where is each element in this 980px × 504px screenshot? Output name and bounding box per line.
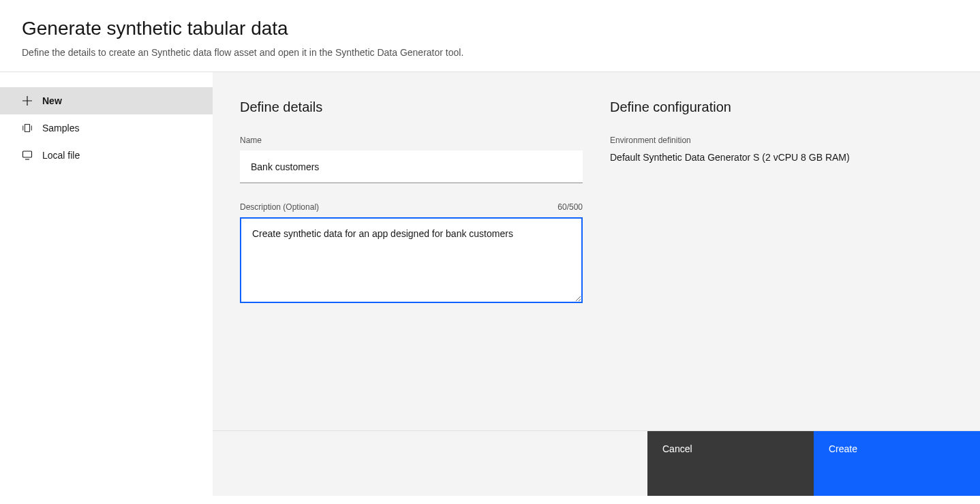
sidebar-item-local-file[interactable]: Local file xyxy=(0,142,213,169)
sidebar-item-label: New xyxy=(42,95,62,106)
environment-label: Environment definition xyxy=(610,136,953,145)
sidebar-item-samples[interactable]: Samples xyxy=(0,114,213,142)
description-label: Description (Optional) xyxy=(240,202,319,212)
page-subtitle: Define the details to create an Syntheti… xyxy=(22,47,958,58)
sidebar: New Samples Local file xyxy=(0,72,213,496)
sidebar-item-new[interactable]: New xyxy=(0,87,213,114)
name-input[interactable] xyxy=(240,151,583,183)
details-section: Define details Name Description (Optiona… xyxy=(240,99,583,430)
configuration-section: Define configuration Environment definit… xyxy=(610,99,953,430)
name-field: Name xyxy=(240,136,583,183)
create-button[interactable]: Create xyxy=(814,431,980,496)
plus-icon xyxy=(22,95,33,106)
char-count: 60/500 xyxy=(557,202,583,212)
sidebar-item-label: Samples xyxy=(42,123,79,133)
description-field: Description (Optional) 60/500 xyxy=(240,202,583,306)
footer: Cancel Create xyxy=(213,430,980,496)
sidebar-item-label: Local file xyxy=(42,150,80,161)
page-header: Generate synthetic tabular data Define t… xyxy=(0,0,980,72)
main-panel: Define details Name Description (Optiona… xyxy=(213,72,980,496)
name-label: Name xyxy=(240,136,583,145)
configuration-heading: Define configuration xyxy=(610,99,953,115)
svg-rect-0 xyxy=(25,125,29,132)
description-input[interactable] xyxy=(240,217,583,303)
page-title: Generate synthetic tabular data xyxy=(22,16,958,40)
environment-value: Default Synthetic Data Generator S (2 vC… xyxy=(610,152,953,163)
carousel-icon xyxy=(22,123,33,133)
cancel-button[interactable]: Cancel xyxy=(647,431,814,496)
details-heading: Define details xyxy=(240,99,583,115)
svg-rect-1 xyxy=(23,151,32,157)
desktop-icon xyxy=(22,150,33,161)
